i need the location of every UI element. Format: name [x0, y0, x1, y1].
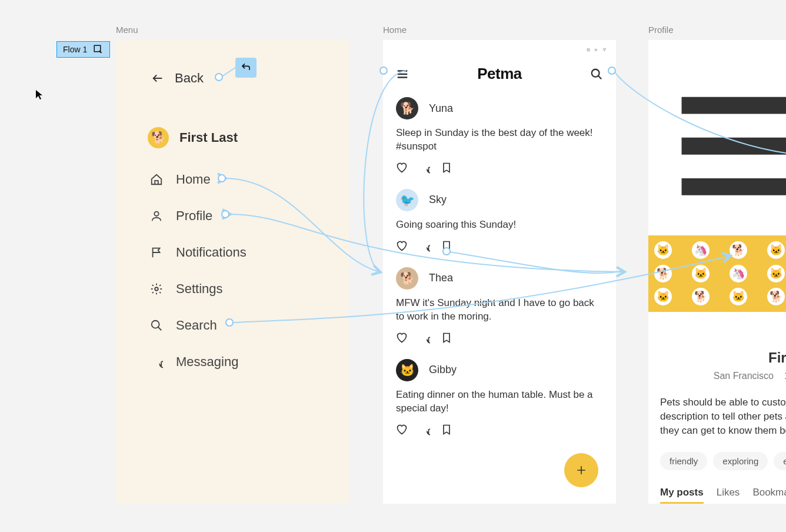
frame-label-profile[interactable]: Profile [648, 25, 674, 35]
gear-icon [150, 282, 163, 295]
tab-likes[interactable]: Likes [717, 487, 740, 504]
post-body: Going soaring this Sunday! [396, 218, 603, 232]
cover-emoji: 🦄 [730, 265, 747, 282]
profile-name: First Last [179, 130, 238, 145]
cover-emoji: 🦄 [692, 241, 710, 259]
search-icon [150, 319, 163, 332]
post-author[interactable]: Thea [429, 272, 453, 284]
back-connection-icon[interactable] [235, 58, 257, 78]
post-body: Eating dinner on the human table. Must b… [396, 388, 603, 415]
svg-point-1 [154, 212, 158, 216]
post-author[interactable]: Sky [429, 194, 447, 206]
frame-label-home[interactable]: Home [383, 25, 407, 35]
hotspot[interactable] [215, 73, 223, 81]
flag-icon [150, 246, 163, 259]
heart-icon[interactable] [396, 162, 408, 174]
search-icon[interactable] [590, 68, 603, 81]
post-body: MFW it's Sunday night and I have to go b… [396, 297, 603, 324]
avatar[interactable]: 🐦 [396, 189, 418, 211]
post: 🐱 Gibby Eating dinner on the human table… [396, 359, 603, 435]
avatar[interactable]: 🐕 [396, 97, 418, 119]
flow-badge[interactable]: Flow 1 [56, 41, 110, 58]
bookmark-icon[interactable] [441, 162, 452, 174]
profile-tag[interactable]: eating [774, 452, 786, 470]
avatar[interactable]: 🐱 [396, 359, 418, 381]
sidebar-item-messaging[interactable]: Messaging [150, 354, 349, 370]
sidebar-item-settings[interactable]: Settings [150, 281, 349, 297]
profile-tag[interactable]: friendly [660, 452, 707, 470]
profile-name: First Last [648, 350, 786, 366]
chat-icon [150, 355, 163, 368]
back-button[interactable]: Back [116, 40, 349, 86]
bookmark-icon[interactable] [441, 424, 452, 435]
cover-emoji: 🐱 [692, 265, 710, 282]
cover-emoji: 🐕 [692, 288, 710, 305]
play-frame-icon [93, 44, 104, 55]
hotspot[interactable] [442, 247, 451, 255]
cover-emoji: 🐱 [654, 288, 672, 305]
home-icon [150, 173, 163, 186]
sidebar-item-search[interactable]: Search [150, 318, 349, 333]
cover-emoji: 🐕 [654, 265, 672, 282]
post-author[interactable]: Yuna [429, 102, 453, 115]
heart-icon[interactable] [396, 240, 408, 252]
comment-icon[interactable] [418, 162, 430, 174]
sidebar-item-label: Search [176, 318, 217, 333]
hamburger-icon[interactable] [661, 65, 786, 227]
new-post-button[interactable] [564, 453, 598, 487]
profile-location: San Francisco [714, 371, 774, 381]
comment-icon[interactable] [418, 240, 430, 252]
frame-menu[interactable]: Back 🐕 First Last Home Profile Notificat… [116, 40, 349, 504]
avatar[interactable]: 🐕 [396, 267, 418, 290]
comment-icon[interactable] [418, 424, 430, 435]
frame-profile[interactable]: Petma 🐱🦄🐕🐱🦄🐕🐕🐱🦄🐱🐕🐱🐱🐕🐱🐕🦄🐕🐕 First Last San… [648, 40, 786, 504]
flow-label: Flow 1 [63, 45, 87, 54]
sidebar-item-profile-header[interactable]: 🐕 First Last [116, 86, 349, 148]
hotspot[interactable] [225, 318, 234, 327]
post-body: Sleep in Sunday is the best day of the w… [396, 127, 603, 154]
hotspot[interactable] [221, 210, 229, 218]
sidebar-item-label: Profile [176, 208, 212, 224]
hotspot[interactable] [218, 174, 226, 182]
svg-point-2 [155, 287, 158, 291]
heart-icon[interactable] [396, 424, 408, 435]
back-label: Back [175, 71, 204, 86]
post: 🐕 Yuna Sleep in Sunday is the best day o… [396, 97, 603, 174]
avatar: 🐕 [148, 127, 169, 148]
hamburger-icon[interactable] [396, 68, 409, 81]
sidebar-item-profile[interactable]: Profile [150, 208, 349, 224]
cover-emoji: 🐕 [730, 241, 747, 259]
cover-emoji: 🐱 [654, 241, 672, 259]
cover-emoji: 🐱 [767, 265, 785, 282]
post: 🐦 Sky Going soaring this Sunday! [396, 189, 603, 252]
sidebar-item-home[interactable]: Home [150, 172, 349, 187]
cover-emoji: 🐱 [730, 288, 747, 305]
cover-emoji: 🐕 [767, 288, 785, 305]
sidebar-item-label: Notifications [176, 245, 247, 260]
sidebar-item-label: Home [176, 172, 211, 187]
frame-label-menu[interactable]: Menu [116, 25, 138, 35]
profile-tag[interactable]: exploring [713, 452, 768, 470]
post-author[interactable]: Gibby [429, 364, 457, 376]
svg-point-3 [152, 321, 159, 328]
tab-my posts[interactable]: My posts [660, 487, 704, 504]
user-icon [150, 210, 163, 222]
arrow-left-icon [151, 72, 164, 85]
hotspot[interactable] [379, 66, 388, 75]
hotspot[interactable] [608, 66, 616, 75]
cover-emoji: 🐱 [767, 241, 785, 259]
heart-icon[interactable] [396, 332, 408, 344]
sidebar-item-label: Messaging [176, 354, 238, 370]
sidebar-item-notifications[interactable]: Notifications [150, 245, 349, 260]
bookmark-icon[interactable] [441, 332, 452, 344]
frame-home[interactable]: ■●▼ Petma 🐕 Yuna Sleep in Sunday is the … [383, 40, 616, 504]
profile-bio: Pets should be able to customize this de… [648, 381, 786, 437]
cursor-icon [35, 89, 44, 102]
profile-cover: 🐱🦄🐕🐱🦄🐕🐕🐱🦄🐱🐕🐱🐱🐕🐱🐕🦄🐕🐕 [648, 235, 786, 312]
tab-bookmarks[interactable]: Bookmarks [752, 487, 786, 504]
plus-icon [575, 464, 587, 476]
svg-point-4 [592, 69, 600, 77]
post: 🐕 Thea MFW it's Sunday night and I have … [396, 267, 603, 344]
window-controls: ■●▼ [587, 46, 608, 53]
comment-icon[interactable] [418, 332, 430, 344]
